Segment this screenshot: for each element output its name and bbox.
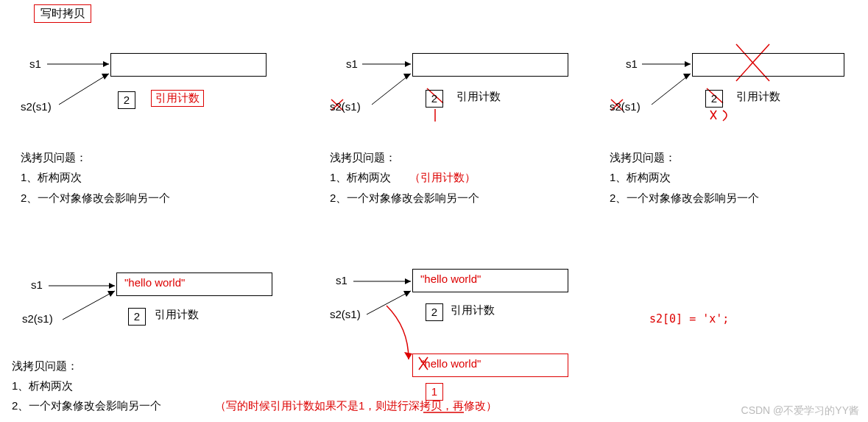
svg-marker-26 <box>405 278 411 284</box>
p3-issue-2: 2、一个对象修改会影响另一个 <box>610 191 759 205</box>
p4-issue-h: 浅拷贝问题： <box>12 359 78 373</box>
p1-issue-h: 浅拷贝问题： <box>21 151 87 165</box>
p1-issue-1: 1、析构两次 <box>21 171 82 185</box>
p4-hello: "hello world" <box>124 276 185 289</box>
p2-ref: 引用计数 <box>456 90 501 104</box>
svg-marker-5 <box>405 61 411 67</box>
p5-count-bot: 1 <box>426 383 443 401</box>
footnote: （写的时候引用计数如果不是1，则进行深拷贝，再修改） <box>215 399 497 413</box>
p1-rect <box>110 53 267 77</box>
p4-count: 2 <box>128 308 146 326</box>
p1-s1: s1 <box>29 57 41 70</box>
p1-count: 2 <box>118 91 135 109</box>
p5-s1: s1 <box>336 274 347 286</box>
p5-ref-top: 引用计数 <box>451 303 495 317</box>
p2-issue-1-a: 1、析构两次 <box>330 171 391 185</box>
p5-rect-bot: "hello world" <box>412 354 568 377</box>
p4-issue-2: 2、一个对象修改会影响另一个 <box>12 399 161 413</box>
p5-count-top: 2 <box>426 303 443 321</box>
p2-s2: s2(s1) <box>330 100 361 113</box>
p3-issue-h: 浅拷贝问题： <box>610 151 676 165</box>
p5-hello-bot: "hello world" <box>420 357 481 370</box>
svg-marker-22 <box>109 283 115 289</box>
p4-s1: s1 <box>31 278 43 291</box>
title-box: 写时拷贝 <box>34 4 91 23</box>
p5-s2: s2(s1) <box>330 308 361 320</box>
code-line: s2[0] = 'x'; <box>649 312 729 326</box>
p3-issue-1: 1、析构两次 <box>610 171 671 185</box>
svg-marker-1 <box>103 61 109 67</box>
p3-rect <box>692 53 844 77</box>
p4-s2: s2(s1) <box>22 312 53 325</box>
p2-s1: s1 <box>346 57 358 70</box>
svg-line-23 <box>63 291 115 320</box>
p3-s2: s2(s1) <box>610 100 641 113</box>
svg-marker-13 <box>685 61 691 67</box>
p1-s2: s2(s1) <box>21 100 52 113</box>
p4-rect: "hello world" <box>116 272 272 296</box>
svg-marker-27 <box>403 291 411 297</box>
watermark: CSDN @不爱学习的YY酱 <box>741 404 859 418</box>
p1-ref-label: 引用计数 <box>151 90 204 107</box>
p1-issue-2: 2、一个对象修改会影响另一个 <box>21 191 170 205</box>
p5-rect-top: "hello world" <box>412 269 568 292</box>
p3-ref: 引用计数 <box>736 90 780 104</box>
p2-issue-2: 2、一个对象修改会影响另一个 <box>330 191 479 205</box>
svg-line-2 <box>59 74 109 105</box>
svg-marker-15 <box>683 74 691 80</box>
p2-issue-h: 浅拷贝问题： <box>330 151 396 165</box>
svg-line-6 <box>372 74 411 105</box>
p2-count: 2 <box>426 90 443 108</box>
p4-issue-1: 1、析构两次 <box>12 379 73 393</box>
svg-marker-3 <box>102 74 109 80</box>
svg-marker-7 <box>403 74 411 80</box>
p2-issue-1-b: （引用计数） <box>409 171 476 185</box>
p5-hello-top: "hello world" <box>420 272 481 285</box>
p1-ref-text: 引用计数 <box>155 91 200 104</box>
svg-line-14 <box>652 74 691 105</box>
p3-count: 2 <box>705 90 723 108</box>
p4-ref: 引用计数 <box>155 308 199 322</box>
svg-marker-24 <box>107 291 115 297</box>
title-text: 写时拷贝 <box>40 7 85 19</box>
svg-marker-28 <box>404 352 412 359</box>
p2-rect <box>412 53 568 77</box>
p3-s1: s1 <box>626 57 638 70</box>
